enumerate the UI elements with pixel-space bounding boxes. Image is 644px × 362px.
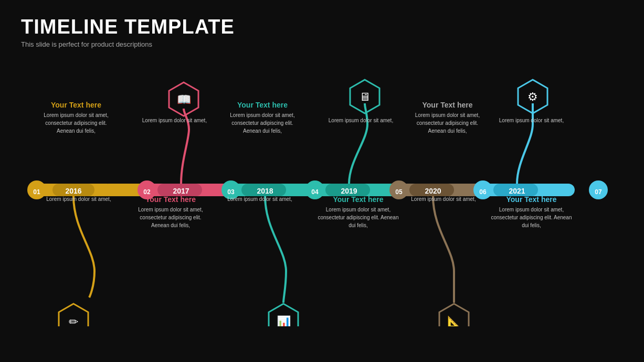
svg-rect-4 xyxy=(315,184,407,196)
timeline-svg: 01 2016 02 2017 03 2018 04 xyxy=(21,54,623,326)
svg-text:2021: 2021 xyxy=(509,187,525,195)
item-02-bottom-text: Your Text here Lorem ipsum dolor sit ame… xyxy=(131,195,210,229)
svg-point-7 xyxy=(589,180,608,199)
svg-rect-22 xyxy=(325,184,370,196)
svg-text:2019: 2019 xyxy=(341,187,357,195)
svg-marker-33 xyxy=(59,304,88,326)
header: TIMELINE TEMPLATE This slide is perfect … xyxy=(21,16,623,48)
item-01-top-text: Your Text here Lorem ipsum dolor sit ame… xyxy=(37,101,115,135)
svg-rect-18 xyxy=(241,184,286,196)
svg-text:06: 06 xyxy=(479,188,487,196)
svg-text:⚙: ⚙ xyxy=(527,90,538,103)
svg-rect-1 xyxy=(102,184,155,196)
svg-text:2016: 2016 xyxy=(65,187,81,195)
main-title: TIMELINE TEMPLATE xyxy=(21,16,623,38)
svg-rect-6 xyxy=(483,184,575,196)
svg-text:01: 01 xyxy=(33,188,40,196)
svg-rect-3 xyxy=(231,184,323,196)
svg-rect-0 xyxy=(31,184,113,196)
item-03-bottom-text: Lorem ipsum dolor sit amet, xyxy=(226,195,294,203)
svg-text:📖: 📖 xyxy=(177,92,192,107)
item-03-top-text: Your Text here Lorem ipsum dolor sit ame… xyxy=(223,101,302,135)
svg-text:2020: 2020 xyxy=(425,187,441,195)
slide: TIMELINE TEMPLATE This slide is perfect … xyxy=(0,0,644,362)
svg-marker-39 xyxy=(350,80,379,113)
svg-rect-10 xyxy=(52,184,94,196)
svg-rect-5 xyxy=(399,184,491,196)
svg-text:2017: 2017 xyxy=(173,187,189,195)
svg-marker-37 xyxy=(269,304,298,326)
item-06-bottom-text: Your Text here Lorem ipsum dolor sit ame… xyxy=(491,195,572,229)
item-05-bottom-text: Lorem ipsum dolor sit amet, xyxy=(409,195,478,203)
svg-rect-14 xyxy=(157,184,202,196)
svg-text:✏: ✏ xyxy=(69,315,79,326)
svg-text:07: 07 xyxy=(595,188,602,196)
svg-text:🖥: 🖥 xyxy=(359,90,371,103)
svg-rect-2 xyxy=(147,184,239,196)
svg-marker-41 xyxy=(439,304,469,326)
item-04-top-text: Lorem ipsum dolor sit amet, xyxy=(323,116,399,124)
svg-text:2018: 2018 xyxy=(257,187,273,195)
subtitle: This slide is perfect for product descri… xyxy=(21,40,623,48)
timeline-area: 01 2016 02 2017 03 2018 04 xyxy=(21,54,623,326)
svg-marker-35 xyxy=(169,82,198,116)
item-05-top-text: Your Text here Lorem ipsum dolor sit ame… xyxy=(409,101,485,135)
svg-text:📐: 📐 xyxy=(447,315,462,326)
item-04-bottom-text: Your Text here Lorem ipsum dolor sit ame… xyxy=(318,195,399,229)
svg-marker-43 xyxy=(518,80,547,113)
item-06-top-text: Lorem ipsum dolor sit amet, xyxy=(493,116,569,124)
svg-point-8 xyxy=(27,180,46,199)
svg-rect-30 xyxy=(493,184,538,196)
item-01-bottom-text: Lorem ipsum dolor sit amet, xyxy=(45,195,113,203)
svg-text:📊: 📊 xyxy=(277,315,291,326)
item-02-top-text: Lorem ipsum dolor sit amet, xyxy=(136,116,213,124)
svg-rect-26 xyxy=(409,184,454,196)
